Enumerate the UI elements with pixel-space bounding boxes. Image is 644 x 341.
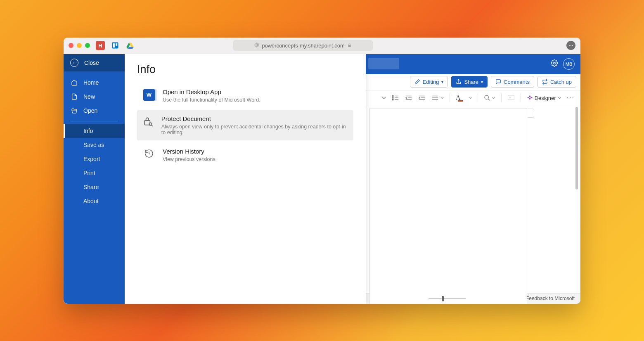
svg-rect-2: [116, 43, 117, 46]
zoom-slider[interactable]: [429, 298, 466, 299]
extension-drive-icon[interactable]: [125, 41, 135, 50]
protect-title: Protect Document: [161, 115, 348, 122]
open-in-desktop-card[interactable]: W Open in Desktop App Use the full funct…: [137, 83, 353, 108]
svg-line-25: [488, 99, 490, 100]
share-button[interactable]: Share ▾: [451, 76, 488, 88]
indent-decrease-icon[interactable]: [405, 95, 412, 101]
nav-info[interactable]: Info: [64, 124, 125, 138]
home-icon: [71, 79, 78, 86]
backstage-panel: ← Close Home New Open: [64, 54, 366, 304]
nav-print-label: Print: [83, 170, 95, 176]
close-label: Close: [84, 59, 99, 66]
back-arrow-icon: ←: [70, 59, 78, 67]
chevron-down-icon: ▾: [481, 80, 483, 84]
user-avatar[interactable]: MB: [563, 58, 575, 70]
nav-share[interactable]: Share: [64, 180, 125, 194]
globe-icon: [254, 43, 259, 49]
file-icon: [71, 93, 78, 100]
comments-button[interactable]: Comments: [491, 76, 534, 88]
nav-new[interactable]: New: [64, 90, 125, 104]
svg-point-27: [509, 97, 510, 98]
align-icon[interactable]: [431, 95, 444, 101]
lock-icon: [347, 43, 352, 49]
extension-icon-h[interactable]: H: [96, 41, 105, 50]
nav-home-label: Home: [83, 79, 99, 86]
indent-increase-icon[interactable]: [418, 95, 426, 101]
svg-point-8: [554, 62, 556, 64]
divider: [450, 93, 450, 102]
vertical-scrollbar[interactable]: [575, 107, 578, 189]
nav-export-label: Export: [83, 156, 100, 162]
dictate-icon[interactable]: [507, 95, 515, 101]
catch-up-button[interactable]: Catch up: [537, 76, 576, 88]
editing-mode-button[interactable]: Editing ▾: [410, 76, 448, 88]
word-app-icon: W: [143, 88, 155, 101]
nav-home[interactable]: Home: [64, 76, 125, 90]
font-color-icon[interactable]: A: [456, 94, 472, 102]
backstage-sidebar: ← Close Home New Open: [64, 54, 125, 304]
svg-rect-1: [113, 43, 115, 48]
document-page[interactable]: [369, 109, 527, 304]
svg-marker-5: [128, 47, 134, 49]
document-title-field[interactable]: [368, 58, 399, 69]
page-actions-button[interactable]: ⋯: [566, 41, 575, 50]
protect-desc: Always open view-only to prevent acciden…: [161, 124, 348, 135]
window-close-button[interactable]: [69, 43, 73, 48]
history-icon: [143, 148, 155, 159]
svg-point-11: [392, 97, 393, 99]
version-history-card[interactable]: Version History View previous versions.: [137, 143, 353, 167]
backstage-content: Info W Open in Desktop App Use the full …: [125, 54, 366, 304]
divider: [501, 93, 502, 102]
nav-new-label: New: [83, 93, 95, 100]
nav-print[interactable]: Print: [64, 166, 125, 180]
open-desktop-title: Open in Desktop App: [163, 88, 260, 95]
nav-separator: [70, 121, 118, 121]
more-icon[interactable]: ···: [567, 94, 575, 102]
divider: [521, 93, 521, 102]
svg-rect-26: [508, 95, 514, 100]
window-maximize-button[interactable]: [85, 43, 90, 48]
share-label: Share: [464, 79, 478, 85]
nav-open-label: Open: [83, 107, 97, 114]
history-desc: View previous versions.: [163, 156, 217, 162]
chevron-down-icon: ▾: [441, 80, 443, 84]
nav-share-label: Share: [83, 184, 99, 190]
safari-window: H powerconcepts-my.sharepoint.com ⋯: [64, 38, 580, 304]
address-bar[interactable]: powerconcepts-my.sharepoint.com: [233, 40, 373, 51]
browser-toolbar: H powerconcepts-my.sharepoint.com ⋯: [64, 38, 580, 54]
svg-rect-7: [348, 45, 350, 47]
nav-saveas-label: Save as: [83, 142, 104, 148]
nav-open[interactable]: Open: [64, 104, 125, 118]
extension-trello-icon[interactable]: [111, 41, 120, 50]
editing-label: Editing: [423, 79, 439, 85]
url-text: powerconcepts-my.sharepoint.com: [262, 43, 345, 49]
comments-label: Comments: [504, 79, 530, 85]
folder-open-icon: [71, 107, 78, 114]
gear-icon[interactable]: [551, 59, 558, 69]
ruler-tab[interactable]: [528, 109, 534, 118]
svg-point-30: [149, 123, 152, 126]
macos-desktop: H powerconcepts-my.sharepoint.com ⋯: [0, 0, 644, 341]
svg-point-9: [392, 95, 393, 97]
nav-export[interactable]: Export: [64, 152, 125, 166]
history-title: Version History: [163, 148, 217, 155]
svg-point-24: [485, 95, 488, 99]
backstage-close-button[interactable]: ← Close: [64, 54, 125, 71]
chevron-down-icon[interactable]: [382, 96, 386, 100]
nav-about[interactable]: About: [64, 194, 125, 208]
lock-search-icon: [143, 115, 154, 127]
nav-save-as[interactable]: Save as: [64, 138, 125, 152]
catch-up-label: Catch up: [550, 79, 572, 85]
divider: [478, 93, 478, 102]
bullets-icon[interactable]: [392, 95, 399, 101]
page-title: Info: [137, 63, 353, 76]
open-desktop-desc: Use the full functionality of Microsoft …: [163, 97, 260, 103]
designer-button[interactable]: Designer: [527, 95, 561, 101]
word-online-app: MB Editing ▾ Share ▾ Comment: [64, 54, 580, 304]
protect-document-card[interactable]: Protect Document Always open view-only t…: [137, 110, 353, 140]
find-icon[interactable]: [484, 95, 495, 101]
designer-label: Designer: [535, 95, 556, 101]
svg-line-31: [152, 125, 153, 126]
window-minimize-button[interactable]: [77, 43, 82, 48]
nav-about-label: About: [83, 198, 99, 204]
